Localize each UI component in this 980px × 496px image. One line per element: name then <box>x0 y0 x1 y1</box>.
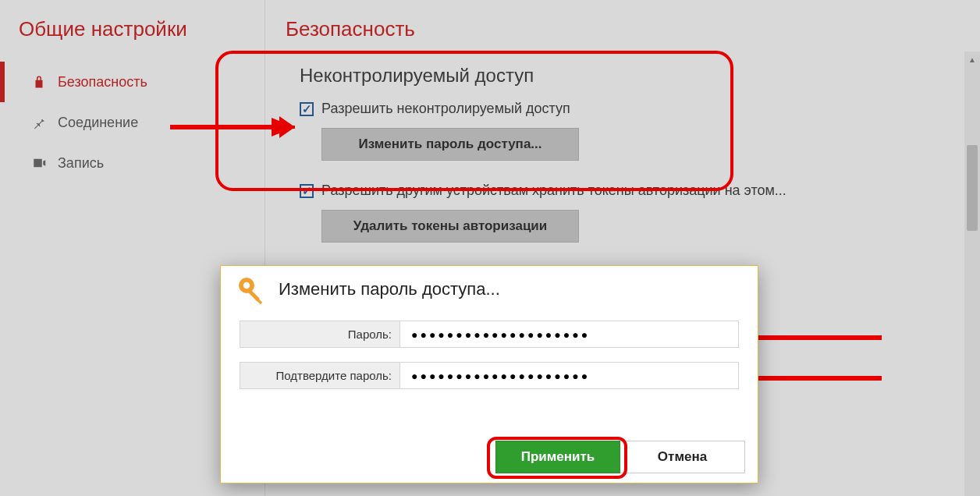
scroll-thumb[interactable] <box>967 145 978 231</box>
change-password-button[interactable]: Изменить пароль доступа... <box>321 128 579 161</box>
checkbox-label: Разрешить неконтролируемый доступ <box>321 101 570 117</box>
delete-tokens-button[interactable]: Удалить токены авторизации <box>321 210 579 243</box>
checkbox-label: Разрешить другим устройствам хранить ток… <box>321 182 786 199</box>
allow-tokens-row[interactable]: Разрешить другим устройствам хранить ток… <box>300 182 964 199</box>
dialog-title: Изменить пароль доступа... <box>279 279 500 299</box>
confirm-password-field: Подтвердите пароль: ●●●●●●●●●●●●●●●●●●●● <box>240 362 739 389</box>
section-unattended-access: Неконтролируемый доступ Разрешить неконт… <box>281 58 964 168</box>
allow-unattended-row[interactable]: Разрешить неконтролируемый доступ <box>300 101 964 117</box>
checkbox-allow-unattended[interactable] <box>300 102 314 116</box>
record-icon <box>31 155 47 171</box>
confirm-label: Подтвердите пароль: <box>240 363 400 388</box>
svg-point-6 <box>243 282 250 289</box>
dialog-header: Изменить пароль доступа... <box>221 266 758 313</box>
cancel-button[interactable]: Отмена <box>620 441 745 473</box>
pin-icon <box>31 115 47 130</box>
password-label: Пароль: <box>240 321 400 347</box>
scroll-up-arrow-icon[interactable]: ▲ <box>964 51 980 67</box>
sidebar-item-record[interactable]: Запись <box>0 143 265 183</box>
dialog-body: Пароль: ●●●●●●●●●●●●●●●●●●●● Подтвердите… <box>221 313 758 389</box>
sidebar-title: Общие настройки <box>0 9 265 62</box>
section-tokens: Разрешить другим устройствам хранить ток… <box>281 168 964 250</box>
page-title: Безопасность <box>281 9 964 58</box>
scrollbar[interactable]: ▲ <box>964 51 980 496</box>
password-field: Пароль: ●●●●●●●●●●●●●●●●●●●● <box>240 321 739 348</box>
password-input[interactable]: ●●●●●●●●●●●●●●●●●●●● <box>400 321 738 347</box>
checkbox-allow-tokens[interactable] <box>300 184 314 198</box>
change-password-dialog: Изменить пароль доступа... Пароль: ●●●●●… <box>220 265 758 484</box>
dialog-footer: Применить Отмена <box>495 441 745 473</box>
sidebar-item-connection[interactable]: Соединение <box>0 102 265 143</box>
sidebar-item-security[interactable]: Безопасность <box>0 62 265 102</box>
section-title: Неконтролируемый доступ <box>300 65 964 87</box>
key-icon <box>235 274 266 305</box>
sidebar-item-label: Запись <box>58 155 104 172</box>
lock-icon <box>31 74 47 90</box>
sidebar-item-label: Безопасность <box>58 74 147 90</box>
sidebar-item-label: Соединение <box>58 115 138 131</box>
confirm-password-input[interactable]: ●●●●●●●●●●●●●●●●●●●● <box>400 363 738 388</box>
apply-button[interactable]: Применить <box>495 441 620 473</box>
